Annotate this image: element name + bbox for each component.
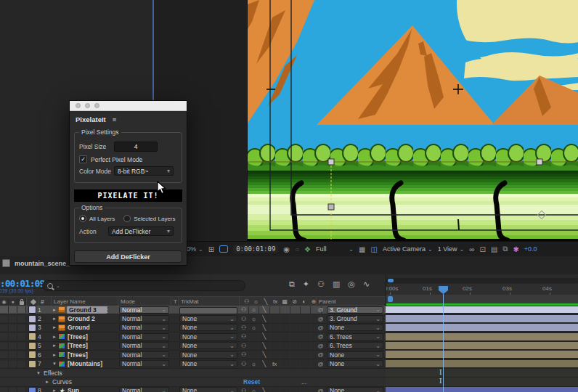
video-switch-cell[interactable]: [0, 351, 9, 358]
switch-cell[interactable]: [301, 360, 311, 367]
expression-marker[interactable]: I: [439, 369, 442, 377]
parent-dropdown[interactable]: @None⌄: [316, 324, 387, 331]
grid-options-icon[interactable]: ⊞: [208, 245, 214, 253]
video-switch-cell[interactable]: [0, 343, 9, 349]
audio-switch-cell[interactable]: [9, 343, 17, 349]
trkmat-dropdown[interactable]: None⌄: [178, 351, 239, 359]
layer-switches[interactable]: ⚇╲: [239, 342, 316, 349]
graph-editor-icon[interactable]: ∿: [363, 279, 370, 289]
shy-icon[interactable]: ⚇: [242, 298, 251, 306]
composition-viewport[interactable]: [247, 0, 578, 241]
switch-cell[interactable]: [301, 333, 311, 340]
switch-cell[interactable]: [301, 351, 311, 359]
layer-duration-bar[interactable]: [386, 315, 578, 322]
collapse-switch[interactable]: ☼: [249, 360, 259, 367]
layer-name-cell[interactable]: ► Ground 2: [51, 315, 118, 322]
layer-name-cell[interactable]: ► [Trees]: [51, 342, 118, 349]
switch-cell[interactable]: [290, 351, 301, 359]
selected-layers-radio[interactable]: [123, 215, 131, 222]
more-options[interactable]: ...: [301, 378, 306, 385]
pickwhip-icon[interactable]: @: [316, 316, 325, 322]
transparency-grid-icon[interactable]: ▦: [359, 245, 365, 253]
mode-dropdown[interactable]: Normal⌄: [118, 333, 171, 340]
switch-cell[interactable]: [301, 324, 311, 331]
quality-switch[interactable]: ╲: [259, 351, 269, 359]
layer-switches[interactable]: ⚇☼╲: [239, 315, 316, 322]
lock-switch-cell[interactable]: [17, 351, 26, 358]
table-row[interactable]: 3 ► Ground Normal⌄ None⌄ ⚇☼╲ @None⌄: [0, 324, 578, 332]
expand-arrow-icon[interactable]: ▼: [35, 371, 42, 375]
quality-switch[interactable]: ╲: [259, 306, 269, 314]
shy-switch[interactable]: ⚇: [239, 306, 249, 314]
shy-switch[interactable]: ⚇: [239, 324, 249, 331]
collapse-switch[interactable]: ☼: [249, 387, 259, 392]
resolution-dropdown[interactable]: Full⌄: [316, 245, 354, 253]
trkmat-dropdown[interactable]: None⌄: [178, 360, 239, 367]
label-color-swatch[interactable]: [26, 315, 38, 323]
hide-shy-layers-icon[interactable]: ⚇: [317, 279, 325, 289]
mode-dropdown[interactable]: Normal⌄: [118, 315, 171, 322]
effects-icon[interactable]: fx: [271, 298, 280, 306]
effects-switch[interactable]: [270, 387, 280, 392]
effects-switch[interactable]: fx: [270, 360, 280, 367]
shy-switch[interactable]: ⚇: [239, 351, 249, 359]
time-ruler[interactable]: 0:00s01s02s03s04s: [386, 284, 578, 295]
video-column-icon[interactable]: ◉: [0, 298, 9, 306]
audio-switch-cell[interactable]: [9, 351, 17, 358]
quality-switch[interactable]: ╲: [259, 324, 269, 331]
expand-arrow-icon[interactable]: ►: [51, 388, 58, 392]
audio-switch-cell[interactable]: [9, 333, 17, 340]
switch-cell[interactable]: [280, 387, 290, 392]
layer-handle[interactable]: [328, 204, 334, 210]
label-color-swatch[interactable]: [26, 360, 38, 368]
lock-switch-cell[interactable]: [17, 316, 26, 322]
mini-flowchart-icon[interactable]: ⧉: [502, 245, 508, 253]
show-channel-icon[interactable]: ❖: [304, 245, 311, 253]
exposure-control[interactable]: +0.0: [524, 245, 537, 253]
collapse-transformations-icon[interactable]: ☼: [251, 298, 261, 306]
parent-dropdown[interactable]: @6. Trees⌄: [316, 333, 387, 340]
audio-column-icon[interactable]: ●: [9, 298, 17, 306]
video-switch-cell[interactable]: [0, 333, 9, 340]
track-area[interactable]: [386, 351, 578, 359]
expand-arrow-icon[interactable]: ►: [44, 380, 51, 384]
quality-switch[interactable]: ╲: [259, 387, 269, 392]
perfect-pixel-checkbox[interactable]: ✓: [79, 155, 87, 163]
pixel-aspect-correction-icon[interactable]: ⊡: [479, 245, 485, 253]
video-switch-cell[interactable]: [0, 361, 9, 367]
effects-switch[interactable]: [270, 306, 280, 314]
mode-dropdown[interactable]: Normal⌄: [118, 351, 171, 359]
zoom-icon[interactable]: [94, 103, 99, 108]
trkmat-dropdown[interactable]: None⌄: [178, 333, 239, 340]
show-snapshot-icon[interactable]: ○: [295, 245, 299, 253]
layer-duration-bar[interactable]: [386, 342, 578, 349]
layer-duration-bar[interactable]: [386, 306, 578, 314]
switch-cell[interactable]: [280, 306, 290, 314]
parent-dropdown[interactable]: @None⌄: [316, 351, 387, 359]
expand-arrow-icon[interactable]: ►: [51, 353, 58, 357]
pickwhip-icon[interactable]: @: [316, 351, 325, 358]
table-row[interactable]: 1 ► Ground 3 Normal⌄ ⌄ ⚇☼╲ @3. Ground⌄: [0, 306, 578, 314]
mode-dropdown[interactable]: Normal⌄: [118, 306, 171, 314]
view-layout-icon[interactable]: ◫: [371, 245, 378, 253]
color-mode-dropdown[interactable]: 8-bit RGB~▾: [114, 166, 174, 176]
expand-arrow-icon[interactable]: ►: [51, 317, 58, 321]
audio-switch-cell[interactable]: [9, 361, 17, 367]
layer-switches[interactable]: ⚇☼╲: [239, 387, 316, 392]
switch-cell[interactable]: [290, 360, 301, 367]
expand-arrow-icon[interactable]: ►: [51, 308, 58, 312]
switch-cell[interactable]: [301, 306, 311, 314]
effects-switch[interactable]: [270, 342, 280, 349]
motion-blur-icon[interactable]: ◎: [348, 279, 355, 289]
layer-name-cell[interactable]: ► ★ Sun: [51, 387, 118, 392]
layer-handle[interactable]: [537, 159, 542, 165]
shy-switch[interactable]: ⚇: [239, 342, 249, 349]
label-color-swatch[interactable]: [26, 342, 38, 350]
search-options-chevron-icon[interactable]: ⌄: [56, 283, 60, 289]
track-area[interactable]: [386, 342, 578, 350]
effects-switch[interactable]: [270, 315, 280, 322]
view-count-dropdown[interactable]: 1 View⌄: [438, 245, 465, 253]
label-color-swatch[interactable]: [26, 324, 38, 332]
quality-switch[interactable]: ╲: [259, 315, 269, 322]
parent-dropdown[interactable]: @3. Ground⌄: [316, 315, 387, 322]
